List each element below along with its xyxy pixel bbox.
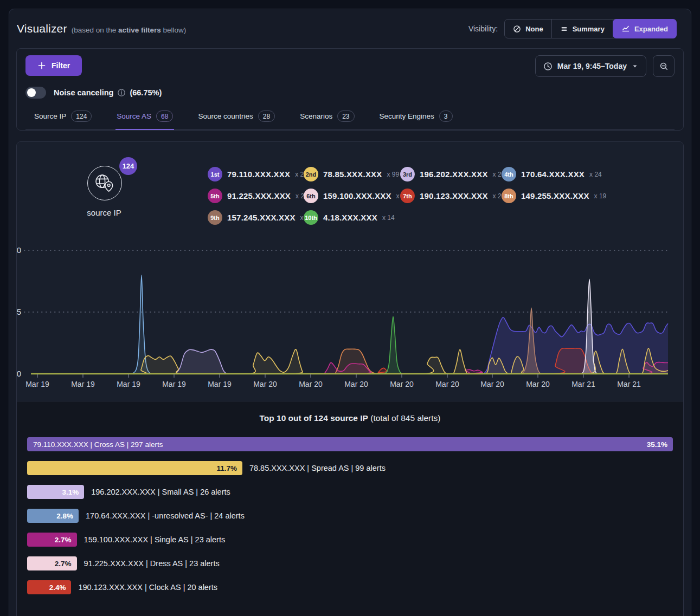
tab-count-badge: 23	[337, 111, 354, 122]
chevron-down-icon	[632, 63, 638, 69]
rank-badge: 8th	[502, 189, 516, 203]
top10-section: Top 10 out of 124 source IP (total of 84…	[17, 401, 683, 616]
legend-ip: 149.255.XXX.XXX	[521, 191, 589, 200]
entity-label: source IP	[71, 208, 137, 217]
x-tick-label: Mar 20	[299, 380, 323, 388]
x-tick-label: Mar 20	[526, 380, 550, 388]
alert-bar: 2.7%	[27, 556, 77, 570]
alert-bar: 2.8%	[27, 509, 79, 523]
y-tick-label: 0	[17, 369, 21, 378]
entity-tabs: Source IP124Source AS68Source countries2…	[25, 107, 675, 130]
bar-label: 196.202.XXX.XXX | Small AS | 26 alerts	[91, 488, 230, 496]
filter-panel: Filter Mar 19, 9:45–Today	[16, 48, 684, 131]
legend-ip: 157.245.XXX.XXX	[227, 213, 296, 222]
legend-ip: 170.64.XXX.XXX	[521, 170, 585, 179]
bar-row-91-225-xxx-xxx: 2.7%91.225.XXX.XXX | Dress AS | 23 alert…	[27, 556, 673, 570]
rank-badge: 6th	[304, 189, 318, 203]
tab-security-engines[interactable]: Security Engines3	[378, 107, 454, 130]
rank-badge: 5th	[208, 189, 222, 203]
series-fill-196-202-xxx-xxx-small-as	[176, 349, 227, 374]
bar-row-170-64-xxx-xxx: 2.8%170.64.XXX.XXX | -unresolved AS- | 2…	[27, 509, 673, 523]
x-tick-label: Mar 20	[480, 380, 504, 388]
date-range-value: Mar 19, 9:45–Today	[557, 62, 627, 70]
bar-row-159-100-xxx-xxx: 2.7%159.100.XXX.XXX | Single AS | 23 ale…	[27, 533, 673, 547]
legend-item-79-110-xxx-xxx: 1st79.110.XXX.XXXx 297	[208, 167, 304, 181]
summary-icon	[560, 25, 568, 33]
noise-canceling-toggle[interactable]	[25, 87, 46, 99]
x-tick-label: Mar 19	[117, 380, 140, 388]
source-ip-icon	[87, 166, 122, 200]
alert-bar: 79.110.XXX.XXX | Cross AS | 297 alerts35…	[27, 437, 673, 451]
alert-bar: 11.7%	[27, 461, 242, 475]
rank-badge: 1st	[208, 167, 222, 181]
timeline-chart-block: 124 source IP 1st79.110.XXX.XXXx 2972nd7…	[17, 142, 683, 401]
legend-ip: 159.100.XXX.XXX	[323, 191, 391, 200]
x-tick-label: Mar 19	[25, 380, 49, 388]
rank-badge: 2nd	[304, 167, 318, 181]
legend-ip: 91.225.XXX.XXX	[227, 191, 291, 200]
rank-badge: 4th	[502, 167, 516, 181]
bar-label: 170.64.XXX.XXX | -unresolved AS- | 24 al…	[86, 511, 245, 520]
info-icon[interactable]	[117, 88, 126, 97]
x-tick-label: Mar 21	[617, 380, 641, 388]
bar-percent: 2.8%	[51, 512, 79, 520]
bar-percent: 11.7%	[211, 464, 242, 472]
visibility-none-button[interactable]: None	[505, 20, 552, 38]
visibility-option-label: Summary	[573, 25, 605, 33]
tab-count-badge: 124	[71, 111, 92, 122]
page-title: Visualizer	[17, 22, 67, 35]
legend-item-190-123-xxx-xxx: 7th190.123.XXX.XXXx 20	[400, 189, 502, 203]
date-range-picker[interactable]: Mar 19, 9:45–Today	[535, 55, 646, 77]
bar-label: 79.110.XXX.XXX | Cross AS | 297 alerts	[27, 440, 163, 449]
visibility-option-label: None	[525, 25, 543, 33]
legend-item-78-85-xxx-xxx: 2nd78.85.XXX.XXXx 99	[304, 167, 400, 181]
alert-bar: 2.7%	[27, 533, 77, 547]
legend-item-157-245-xxx-xxx: 9th157.245.XXX.XXXx 16	[208, 210, 304, 225]
zoom-out-button[interactable]	[653, 55, 675, 77]
bar-label: 159.100.XXX.XXX | Single AS | 23 alerts	[84, 535, 226, 544]
tab-scenarios[interactable]: Scenarios23	[299, 107, 355, 130]
tab-label: Scenarios	[300, 112, 332, 120]
legend-item-4-18-xxx-xxx: 10th4.18.XXX.XXXx 14	[304, 210, 400, 225]
bar-percent: 35.1%	[641, 440, 673, 449]
x-tick-label: Mar 19	[162, 380, 186, 388]
visualizer-panel: Visualizer (based on the active filters …	[9, 9, 691, 616]
bar-percent: 3.1%	[56, 488, 84, 496]
x-tick-label: Mar 20	[344, 380, 368, 388]
x-tick-label: Mar 20	[435, 380, 459, 388]
legend-ip: 196.202.XXX.XXX	[420, 170, 488, 179]
legend-count: x 14	[382, 214, 395, 222]
plus-icon	[37, 61, 46, 70]
bar-label: 78.85.XXX.XXX | Spread AS | 99 alerts	[249, 464, 386, 472]
legend-item-91-225-xxx-xxx: 5th91.225.XXX.XXXx 23	[208, 189, 304, 203]
entity-count-badge: 124	[119, 157, 137, 175]
tab-count-badge: 3	[439, 111, 453, 122]
tab-source-ip[interactable]: Source IP124	[33, 107, 93, 130]
visibility-expanded-button[interactable]: Expanded	[613, 19, 677, 38]
visibility-summary-button[interactable]: Summary	[552, 20, 613, 38]
magnifier-minus-icon	[659, 62, 669, 71]
tab-source-as[interactable]: Source AS68	[115, 107, 174, 130]
bar-percent: 2.7%	[49, 560, 77, 568]
expanded-icon	[621, 24, 630, 33]
legend-item-196-202-xxx-xxx: 3rd196.202.XXX.XXXx 26	[400, 167, 502, 181]
bar-row-190-123-xxx-xxx: 2.4%190.123.XXX.XXX | Clock AS | 20 aler…	[27, 580, 673, 594]
tab-label: Source IP	[34, 112, 66, 120]
bar-row-79-110-xxx-xxx: 79.110.XXX.XXX | Cross AS | 297 alerts35…	[27, 437, 673, 451]
legend-ip: 190.123.XXX.XXX	[420, 191, 488, 200]
bar-row-196-202-xxx-xxx: 3.1%196.202.XXX.XXX | Small AS | 26 aler…	[27, 485, 673, 499]
none-icon	[513, 25, 521, 33]
tab-source-countries[interactable]: Source countries28	[197, 107, 276, 130]
visibility-option-label: Expanded	[634, 25, 668, 33]
y-tick-label: 15	[17, 307, 21, 316]
x-tick-label: Mar 19	[71, 380, 95, 388]
tab-count-badge: 68	[156, 111, 173, 122]
entity-summary: 124 source IP	[71, 166, 137, 217]
bar-percent: 2.7%	[49, 536, 77, 544]
visibility-label: Visibility:	[468, 24, 498, 33]
clock-icon	[543, 62, 553, 71]
tab-label: Security Engines	[380, 112, 434, 120]
bar-label: 190.123.XXX.XXX | Clock AS | 20 alerts	[78, 583, 217, 592]
add-filter-button[interactable]: Filter	[25, 55, 82, 76]
noise-canceling-label: Noise canceling (66.75%)	[54, 88, 162, 97]
